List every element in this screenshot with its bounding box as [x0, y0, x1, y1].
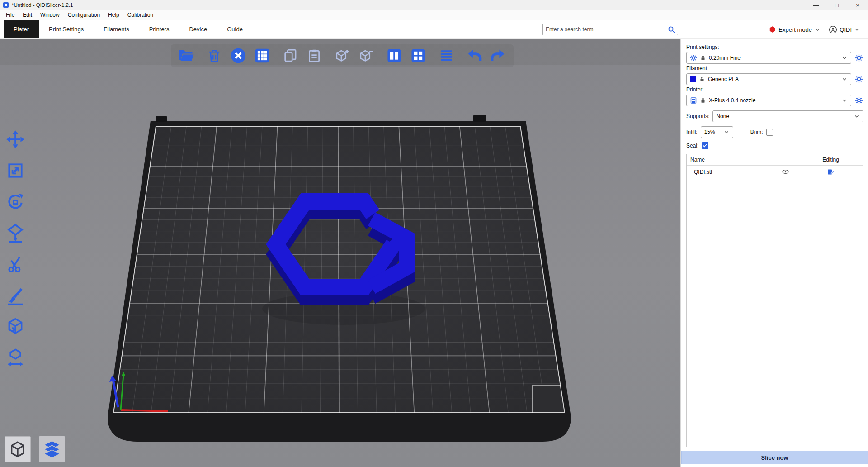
print-settings-combo[interactable]: 0.20mm Fine — [686, 52, 851, 64]
column-editing: Editing — [798, 154, 863, 165]
menu-bar: File Edit Window Configuration Help Cali… — [0, 10, 868, 20]
account-icon — [829, 25, 837, 34]
copy-button[interactable] — [281, 47, 299, 65]
object-name: QIDI.stl — [687, 169, 773, 175]
tab-printers[interactable]: Printers — [139, 20, 179, 38]
delete-all-button[interactable] — [229, 47, 247, 65]
search-box — [542, 24, 678, 35]
cut-tool[interactable] — [5, 253, 26, 275]
tab-guide[interactable]: Guide — [217, 20, 253, 38]
printer-combo[interactable]: X-Plus 4 0.4 nozzle — [686, 95, 851, 106]
build-plate-canvas — [0, 39, 680, 467]
variable-layer-height-button[interactable] — [437, 47, 455, 65]
tab-plater[interactable]: Plater — [4, 20, 39, 38]
3d-editor-view-button[interactable] — [5, 436, 31, 462]
column-visibility — [773, 154, 798, 165]
lock-icon — [699, 76, 705, 82]
tab-device[interactable]: Device — [179, 20, 217, 38]
account-menu[interactable]: QIDI — [829, 20, 860, 39]
menu-help[interactable]: Help — [104, 12, 123, 18]
lock-icon — [700, 55, 706, 61]
app-icon — [3, 2, 9, 8]
filament-label: Filament: — [686, 65, 863, 71]
object-row[interactable]: QIDI.stl — [687, 166, 863, 178]
layers-icon — [42, 439, 62, 459]
remove-instance-button[interactable] — [357, 47, 375, 65]
filament-value: Generic PLA — [708, 76, 839, 82]
seal-label: Seal: — [686, 143, 698, 149]
chevron-down-icon — [841, 97, 848, 104]
settings-sidebar: Print settings: 0.20mm Fine Filament: Ge… — [680, 39, 868, 467]
search-input[interactable] — [543, 24, 668, 35]
chevron-down-icon — [841, 76, 848, 82]
mode-selector[interactable]: Expert mode — [769, 20, 821, 39]
edit-object-button[interactable] — [798, 168, 863, 176]
plate-clip-left — [156, 116, 167, 122]
cube-icon — [9, 440, 27, 458]
tab-print-settings[interactable]: Print Settings — [39, 20, 94, 38]
open-project-button[interactable] — [177, 47, 195, 65]
supports-label: Supports: — [686, 113, 709, 119]
menu-calibration[interactable]: Calibration — [123, 12, 157, 18]
tab-filaments[interactable]: Filaments — [94, 20, 139, 38]
plater-toolbar — [171, 44, 514, 67]
print-settings-gear-button[interactable] — [854, 53, 863, 62]
scale-tool[interactable] — [5, 160, 26, 181]
paint-supports-tool[interactable] — [5, 285, 26, 306]
split-to-parts-button[interactable] — [409, 47, 427, 65]
printer-label: Printer: — [686, 86, 863, 93]
plate-clip-right — [473, 115, 486, 122]
search-icon[interactable] — [668, 26, 675, 33]
view-mode-buttons — [5, 436, 65, 462]
column-name: Name — [687, 157, 773, 163]
menu-window[interactable]: Window — [36, 12, 64, 18]
move-tool[interactable] — [5, 129, 26, 150]
gear-icon — [690, 54, 697, 62]
seam-tool[interactable] — [5, 316, 26, 338]
infill-label: Infill: — [686, 129, 698, 135]
filament-combo[interactable]: Generic PLA — [686, 73, 851, 85]
menu-edit[interactable]: Edit — [19, 12, 36, 18]
window-title: *Untitled - QIDISlicer-1.2.1 — [12, 2, 73, 8]
menu-file[interactable]: File — [2, 12, 19, 18]
split-to-objects-button[interactable] — [385, 47, 403, 65]
infill-select[interactable]: 15% — [701, 126, 733, 138]
visibility-toggle[interactable] — [773, 168, 798, 176]
brim-checkbox[interactable] — [766, 129, 773, 136]
edit-icon — [827, 168, 834, 176]
place-on-face-tool[interactable] — [5, 222, 26, 244]
close-button[interactable]: × — [847, 0, 868, 10]
delete-button[interactable] — [205, 47, 223, 65]
seal-checkbox[interactable] — [702, 142, 708, 149]
filament-gear-button[interactable] — [854, 75, 863, 84]
redo-button[interactable] — [489, 47, 507, 65]
expert-mode-hexagon-icon — [769, 26, 776, 33]
preview-view-button[interactable] — [39, 436, 65, 462]
print-settings-label: Print settings: — [686, 44, 863, 50]
viewport-3d[interactable] — [0, 39, 680, 467]
paste-button[interactable] — [305, 47, 323, 65]
chevron-down-icon — [723, 129, 730, 135]
rotate-tool[interactable] — [5, 191, 26, 213]
eye-icon — [782, 168, 789, 176]
tab-bar: Plater Print Settings Filaments Printers… — [0, 20, 868, 39]
minimize-button[interactable]: — — [806, 0, 826, 10]
chevron-down-icon — [841, 55, 848, 61]
slice-now-button[interactable]: Slice now — [681, 451, 868, 464]
undo-button[interactable] — [465, 47, 483, 65]
chevron-down-icon — [815, 27, 821, 33]
purge-notch — [533, 385, 565, 413]
window-controls: — □ × — [806, 0, 868, 10]
printer-gear-button[interactable] — [854, 96, 863, 105]
brim-label: Brim: — [750, 129, 763, 135]
filament-color-swatch — [690, 76, 696, 82]
add-instance-button[interactable] — [333, 47, 351, 65]
infill-value: 15% — [704, 129, 721, 135]
printer-value: X-Plus 4 0.4 nozzle — [709, 97, 839, 104]
arrange-button[interactable] — [253, 47, 271, 65]
maximize-button[interactable]: □ — [826, 0, 847, 10]
menu-configuration[interactable]: Configuration — [64, 12, 104, 18]
chevron-down-icon — [854, 113, 860, 119]
measure-tool[interactable] — [5, 347, 26, 369]
supports-select[interactable]: None — [712, 110, 863, 122]
